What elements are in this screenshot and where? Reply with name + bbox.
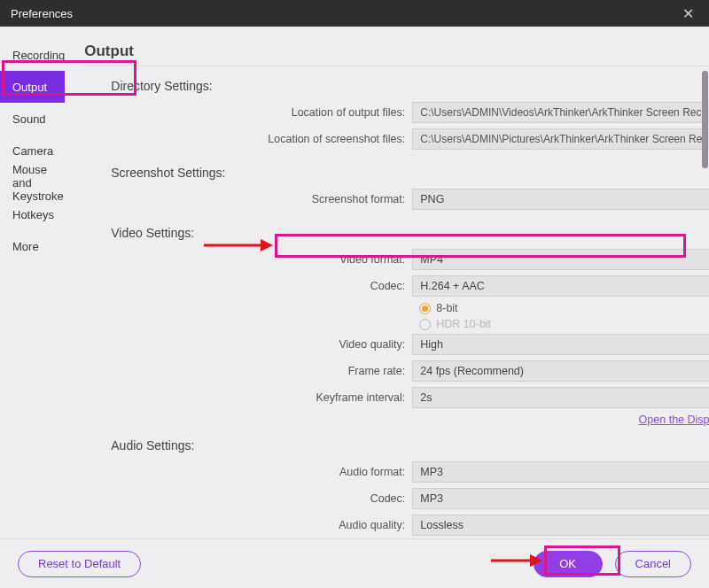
radio-unchecked-icon bbox=[419, 319, 431, 330]
video-codec-select[interactable]: H.264 + AAC bbox=[412, 275, 709, 297]
screenshot-location-field[interactable]: C:\Users\ADMIN\Pictures\ArkThinker\ArkTh… bbox=[412, 128, 709, 150]
screenshot-format-value: PNG bbox=[420, 193, 444, 205]
hdr-label: HDR 10-bit bbox=[436, 318, 491, 330]
section-screenshot: Screenshot Settings: bbox=[111, 166, 709, 180]
radio-checked-icon bbox=[419, 303, 431, 314]
video-format-label: Video format: bbox=[84, 253, 412, 266]
audio-quality-label: Audio quality: bbox=[84, 519, 412, 531]
sidebar-item-hotkeys[interactable]: Hotkeys bbox=[0, 198, 65, 230]
section-audio: Audio Settings: bbox=[111, 438, 709, 453]
page-title: Output bbox=[84, 43, 709, 66]
titlebar: Preferences ✕ bbox=[0, 0, 709, 27]
screenshot-format-select[interactable]: PNG bbox=[412, 189, 709, 210]
bit-depth-8bit-radio[interactable]: 8-bit bbox=[84, 302, 709, 314]
cancel-button[interactable]: Cancel bbox=[615, 551, 691, 577]
video-codec-value: H.264 + AAC bbox=[420, 280, 485, 292]
keyframe-interval-label: Keyframe interval: bbox=[84, 391, 412, 404]
footer: Reset to Default OK Cancel bbox=[0, 538, 709, 588]
section-video: Video Settings: bbox=[111, 226, 709, 240]
sidebar-item-more[interactable]: More bbox=[0, 230, 65, 262]
bit8-label: 8-bit bbox=[436, 302, 457, 314]
audio-format-label: Audio format: bbox=[84, 466, 412, 478]
video-format-select[interactable]: MP4 bbox=[412, 249, 709, 270]
sidebar-item-sound[interactable]: Sound bbox=[0, 103, 65, 135]
bit-depth-hdr-radio[interactable]: HDR 10-bit bbox=[84, 318, 709, 330]
frame-rate-select[interactable]: 24 fps (Recommend) bbox=[412, 360, 709, 382]
sidebar: Recording Output Sound Camera Mouse and … bbox=[0, 27, 65, 538]
sidebar-item-recording[interactable]: Recording bbox=[0, 39, 65, 71]
ok-button[interactable]: OK bbox=[534, 551, 603, 577]
scrollbar-track[interactable] bbox=[700, 27, 709, 538]
video-quality-select[interactable]: High bbox=[412, 334, 709, 355]
screenshot-location-label: Location of screenshot files: bbox=[84, 133, 412, 145]
video-format-value: MP4 bbox=[420, 253, 443, 266]
video-quality-label: Video quality: bbox=[84, 338, 412, 351]
sidebar-item-mouse-keystroke[interactable]: Mouse and Keystroke bbox=[0, 166, 65, 198]
output-location-label: Location of output files: bbox=[84, 106, 412, 119]
video-quality-value: High bbox=[420, 338, 443, 351]
frame-rate-label: Frame rate: bbox=[84, 365, 412, 377]
main-panel: Output Directory Settings: Location of o… bbox=[65, 27, 709, 538]
audio-format-value: MP3 bbox=[420, 466, 443, 478]
window-title: Preferences bbox=[11, 7, 73, 20]
keyframe-interval-value: 2s bbox=[420, 391, 432, 404]
sidebar-item-output[interactable]: Output bbox=[0, 71, 65, 103]
section-directory: Directory Settings: bbox=[111, 79, 709, 93]
audio-codec-select[interactable]: MP3 bbox=[412, 488, 709, 509]
audio-quality-value: Lossless bbox=[420, 519, 464, 531]
audio-format-select[interactable]: MP3 bbox=[412, 461, 709, 483]
screenshot-format-label: Screenshot format: bbox=[84, 193, 412, 205]
audio-codec-label: Codec: bbox=[84, 492, 412, 505]
audio-quality-select[interactable]: Lossless bbox=[412, 514, 709, 536]
video-codec-label: Codec: bbox=[84, 280, 412, 292]
close-button[interactable]: ✕ bbox=[677, 5, 698, 22]
reset-to-default-button[interactable]: Reset to Default bbox=[18, 551, 141, 577]
frame-rate-value: 24 fps (Recommend) bbox=[420, 365, 524, 377]
scrollbar-thumb[interactable] bbox=[702, 71, 708, 168]
audio-codec-value: MP3 bbox=[420, 492, 443, 505]
output-location-field[interactable]: C:\Users\ADMIN\Videos\ArkThinker\ArkThin… bbox=[412, 102, 709, 123]
open-display-dialog-link[interactable]: Open the Display dialog bbox=[84, 414, 709, 426]
keyframe-interval-select[interactable]: 2s bbox=[412, 387, 709, 408]
